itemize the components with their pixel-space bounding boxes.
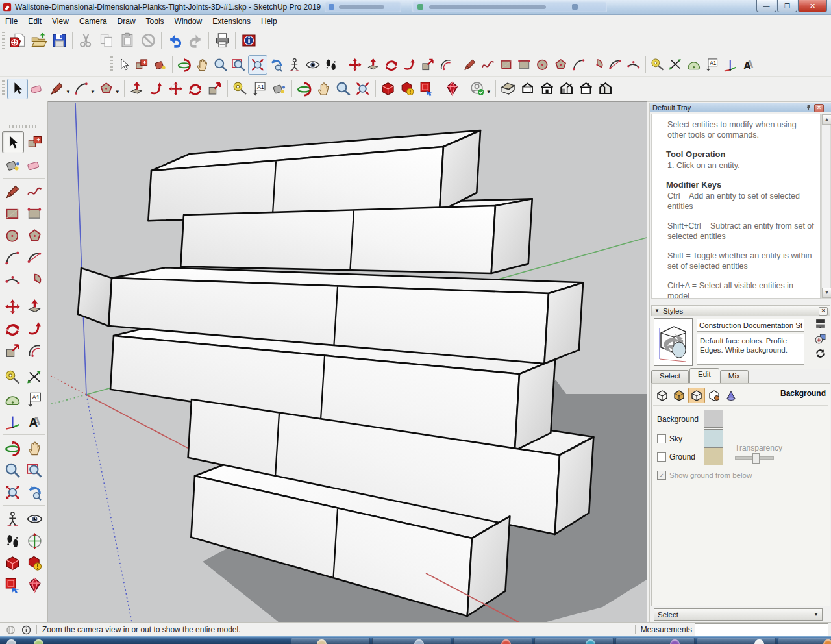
pin-icon[interactable]: [805, 104, 812, 111]
wh3d-icon[interactable]: [3, 552, 23, 573]
toolbar-grip[interactable]: [110, 56, 113, 73]
look-icon[interactable]: [304, 56, 322, 74]
account-icon[interactable]: [468, 79, 488, 99]
rrect-icon[interactable]: [515, 56, 534, 74]
redo-icon[interactable]: [185, 30, 206, 51]
menu-extensions[interactable]: Extensions: [207, 16, 256, 27]
pie-icon[interactable]: [25, 269, 45, 290]
windows-taskbar[interactable]: [0, 636, 831, 644]
wh3d-icon[interactable]: [378, 79, 398, 99]
walk-icon[interactable]: [3, 530, 23, 551]
tab-select[interactable]: Select: [651, 370, 689, 383]
polygon-icon[interactable]: [25, 225, 45, 246]
polygon-icon[interactable]: [552, 56, 570, 74]
offset-icon[interactable]: [437, 56, 455, 74]
tab-edit[interactable]: Edit: [689, 368, 719, 383]
course-5-front[interactable]: [180, 206, 495, 273]
freehand-icon[interactable]: [479, 56, 497, 74]
taskbar-button[interactable]: [291, 638, 370, 644]
orbit-icon[interactable]: [3, 438, 23, 458]
vback-icon[interactable]: [577, 79, 596, 99]
credits-info-icon[interactable]: [21, 625, 31, 635]
menu-view[interactable]: View: [47, 16, 74, 27]
zoomwin-icon[interactable]: [230, 56, 248, 74]
paint-icon[interactable]: [269, 79, 289, 99]
arc3-icon[interactable]: [3, 269, 23, 290]
arc-icon[interactable]: [72, 79, 92, 99]
background-settings-icon[interactable]: [688, 388, 705, 403]
scroll-down-icon[interactable]: ▼: [822, 288, 831, 298]
arc2-icon[interactable]: [25, 247, 45, 268]
copy-icon[interactable]: [96, 30, 117, 51]
pushpull-icon[interactable]: [25, 296, 45, 317]
extwh-icon[interactable]: [25, 552, 45, 573]
menu-edit[interactable]: Edit: [23, 16, 47, 27]
zoom-icon[interactable]: [3, 460, 23, 480]
new-icon[interactable]: [7, 30, 28, 51]
prev-icon[interactable]: [25, 482, 45, 502]
zoom-icon[interactable]: [334, 79, 353, 99]
secondary-pane-icon[interactable]: [815, 318, 826, 329]
menu-draw[interactable]: Draw: [112, 16, 141, 27]
component-icon[interactable]: [133, 56, 151, 74]
move-icon[interactable]: [166, 79, 186, 99]
followme-icon[interactable]: [25, 318, 45, 339]
sky-checkbox[interactable]: [657, 434, 666, 443]
select2-icon[interactable]: [115, 56, 133, 74]
followme-icon[interactable]: [147, 79, 166, 99]
section-icon[interactable]: [25, 530, 45, 551]
dropdown-arrow-icon[interactable]: ▼: [66, 89, 71, 95]
select-icon[interactable]: [7, 79, 28, 99]
rrect-icon[interactable]: [25, 203, 45, 224]
arc2-icon[interactable]: [606, 56, 625, 74]
zoomwin-icon[interactable]: [25, 460, 45, 480]
menu-help[interactable]: Help: [256, 16, 282, 27]
update-style-icon[interactable]: [815, 348, 826, 359]
freehand-icon[interactable]: [25, 181, 45, 202]
create-style-icon[interactable]: [815, 333, 826, 344]
pushpull-icon[interactable]: [127, 79, 147, 99]
edge-settings-icon[interactable]: [654, 388, 670, 402]
dropdown-arrow-icon[interactable]: ▼: [115, 89, 120, 95]
rect-icon[interactable]: [497, 56, 515, 74]
layout-icon[interactable]: [3, 575, 23, 595]
tray-close-icon[interactable]: ✕: [814, 104, 824, 112]
dropdown-arrow-icon[interactable]: ▼: [90, 89, 95, 95]
menu-tools[interactable]: Tools: [141, 16, 169, 27]
look-icon[interactable]: [25, 508, 45, 529]
cut-icon[interactable]: [75, 30, 96, 51]
slider-thumb[interactable]: [752, 453, 760, 464]
open-icon[interactable]: [28, 30, 49, 51]
vfront-icon[interactable]: [538, 79, 557, 99]
print-icon[interactable]: [212, 30, 232, 51]
followme-icon[interactable]: [401, 56, 419, 74]
arc-icon[interactable]: [570, 56, 588, 74]
sky-color-swatch[interactable]: [704, 429, 723, 447]
vleft-icon[interactable]: [596, 79, 615, 99]
component-icon[interactable]: [25, 132, 46, 153]
maximize-button[interactable]: ❐: [777, 0, 797, 12]
measurements-input[interactable]: [695, 623, 828, 636]
collapse-arrow-icon[interactable]: ▼: [654, 308, 660, 314]
tool-select-dropdown[interactable]: Select ▼: [654, 608, 823, 621]
face-settings-icon[interactable]: [671, 388, 687, 402]
line-icon[interactable]: [47, 79, 67, 99]
modelinfo-icon[interactable]: [238, 30, 259, 51]
minimize-button[interactable]: —: [756, 0, 776, 12]
zoomext-icon[interactable]: [248, 55, 267, 75]
zoomext-icon[interactable]: [353, 79, 373, 99]
pan-icon[interactable]: [25, 438, 45, 458]
zoomext-icon[interactable]: [3, 482, 23, 502]
rotate-icon[interactable]: [186, 79, 205, 99]
background-color-swatch[interactable]: [704, 410, 723, 428]
menu-camera[interactable]: Camera: [74, 16, 112, 27]
protractor-icon[interactable]: [3, 389, 23, 410]
save-icon[interactable]: [49, 30, 69, 51]
protractor-icon[interactable]: [685, 56, 703, 74]
dim-icon[interactable]: [667, 56, 685, 74]
eraser-icon[interactable]: [25, 155, 45, 175]
extwh-icon[interactable]: [398, 79, 417, 99]
circle-icon[interactable]: [534, 56, 552, 74]
taskbar-app-icon[interactable]: [6, 639, 16, 644]
axes-icon[interactable]: [3, 411, 23, 432]
